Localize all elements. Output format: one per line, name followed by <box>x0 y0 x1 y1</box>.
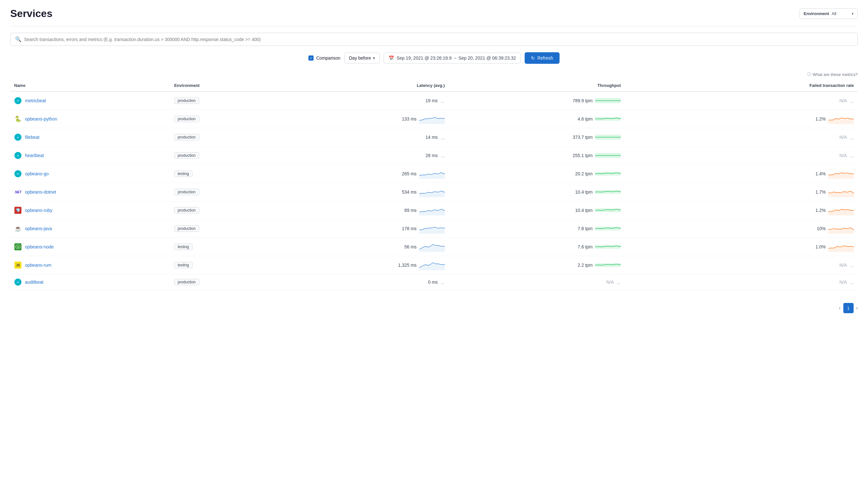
environment-selector[interactable]: Environment All ▾ <box>799 8 858 19</box>
go-icon: ∞ <box>14 134 21 141</box>
day-selector[interactable]: Day before ▾ <box>344 52 380 63</box>
failed-rate-value: 1.7% <box>813 189 826 194</box>
service-icon-container: ∞ <box>14 278 22 286</box>
throughput-cell: 4.6 tpm <box>449 110 625 128</box>
service-link[interactable]: ☕ opbeans-java <box>14 225 167 232</box>
page-1-button[interactable]: 1 <box>843 303 854 313</box>
throughput-value: 20.2 tpm <box>574 171 592 176</box>
go-icon: ∞ <box>14 279 21 285</box>
failed-rate-value: 1.4% <box>813 171 826 176</box>
service-name-cell: N opbeans-node <box>10 238 170 256</box>
prev-page-button[interactable]: ‹ <box>839 305 840 311</box>
service-link[interactable]: ∞ metricbeat <box>14 97 167 104</box>
throughput-value: 7.6 tpm <box>574 244 592 249</box>
throughput-cell: 373.7 tpm <box>449 128 625 147</box>
throughput-value: 2.2 tpm <box>574 262 592 268</box>
environment-cell: testing <box>170 165 275 183</box>
service-link[interactable]: N opbeans-node <box>14 243 167 251</box>
throughput-cell: 10.4 tpm <box>449 201 625 220</box>
check-icon: ✓ <box>310 56 313 60</box>
environment-badge: production <box>174 225 199 232</box>
environment-cell: production <box>170 183 275 201</box>
service-name-cell: ∞ filebeat <box>10 128 170 147</box>
throughput-chart <box>595 205 621 215</box>
chevron-down-icon: ▾ <box>373 56 375 61</box>
failed-rate-chart: ⚊ <box>849 134 854 140</box>
latency-chart <box>419 187 445 197</box>
failed-rate-value: N/A <box>834 98 847 103</box>
throughput-cell: 255.1 tpm <box>449 147 625 165</box>
failed-rate-value: N/A <box>834 262 847 268</box>
service-link[interactable]: 💎 opbeans-ruby <box>14 207 167 214</box>
failed-rate-cell: 1.7% <box>624 183 858 201</box>
service-name-cell: .NET opbeans-dotnet <box>10 183 170 201</box>
table-row: .NET opbeans-dotnet production 534 ms 10… <box>10 183 858 201</box>
service-link[interactable]: 🐍 opbeans-python <box>14 115 167 123</box>
environment-badge: production <box>174 189 199 195</box>
search-input[interactable] <box>24 37 853 42</box>
service-icon-container: 🐍 <box>14 115 22 123</box>
col-throughput: Throughput <box>449 80 625 91</box>
throughput-value: 10.4 tpm <box>574 208 592 213</box>
table-row: ∞ auditbeat production 0 ms ⚊ N/A ⚊ N/A … <box>10 274 858 290</box>
go-icon: ∞ <box>14 152 21 159</box>
refresh-button[interactable]: ↻ Refresh <box>525 52 560 64</box>
service-name-cell: ∞ auditbeat <box>10 274 170 290</box>
service-name-text: opbeans-java <box>25 226 52 231</box>
latency-cell: 534 ms <box>275 183 449 201</box>
svg-text:N: N <box>17 246 19 248</box>
latency-chart <box>419 205 445 215</box>
environment-badge: testing <box>174 171 193 177</box>
service-name-text: filebeat <box>25 134 39 140</box>
service-link[interactable]: .NET opbeans-dotnet <box>14 188 167 196</box>
metrics-help-text: What are these metrics? <box>813 72 858 77</box>
date-range-picker[interactable]: 📅 Sep 19, 2021 @ 23:26:19.9 → Sep 20, 20… <box>384 52 520 63</box>
service-name-text: opbeans-go <box>25 171 49 176</box>
failed-rate-chart <box>828 114 854 124</box>
latency-chart <box>419 114 445 124</box>
table-row: ∞ filebeat production 14 ms ⚊ 373.7 tpm … <box>10 128 858 147</box>
service-link[interactable]: JS opbeans-rum <box>14 261 167 269</box>
search-bar: 🔍 <box>10 33 858 46</box>
environment-badge: production <box>174 98 199 104</box>
search-icon: 🔍 <box>15 36 21 42</box>
service-name-cell: 💎 opbeans-ruby <box>10 201 170 220</box>
throughput-cell: 2.2 tpm <box>449 256 625 274</box>
latency-value: 1,325 ms <box>397 262 417 268</box>
environment-badge: production <box>174 134 199 140</box>
failed-rate-cell: 1.2% <box>624 110 858 128</box>
service-name-text: opbeans-rum <box>25 262 52 268</box>
environment-cell: production <box>170 220 275 238</box>
environment-badge: testing <box>174 244 193 250</box>
service-link[interactable]: ∞ filebeat <box>14 133 167 141</box>
service-link[interactable]: ∞ opbeans-go <box>14 170 167 178</box>
latency-value: 56 ms <box>397 244 417 249</box>
service-icon-container: ∞ <box>14 170 22 178</box>
environment-label: Environment <box>804 11 829 16</box>
service-link[interactable]: ∞ heartbeat <box>14 152 167 159</box>
latency-cell: 19 ms ⚊ <box>275 91 449 110</box>
service-icon-container: ∞ <box>14 133 22 141</box>
comparison-checkbox[interactable]: ✓ <box>308 56 313 61</box>
service-name-text: heartbeat <box>25 153 44 158</box>
table-row: 💎 opbeans-ruby production 89 ms 10.4 tpm <box>10 201 858 220</box>
service-icon-container: ☕ <box>14 225 22 232</box>
table-row: ∞ metricbeat production 19 ms ⚊ 789.9 tp… <box>10 91 858 110</box>
service-link[interactable]: ∞ auditbeat <box>14 278 167 286</box>
service-name-text: opbeans-ruby <box>25 208 53 213</box>
service-name-cell: ∞ opbeans-go <box>10 165 170 183</box>
metrics-help[interactable]: ⓘ What are these metrics? <box>10 71 858 77</box>
next-page-button[interactable]: › <box>856 305 858 311</box>
throughput-chart: ⚊ <box>616 279 621 285</box>
environment-value: All <box>832 11 836 16</box>
throughput-chart <box>595 96 621 106</box>
col-name: Name <box>10 80 170 91</box>
go-icon: ∞ <box>14 97 21 104</box>
service-name-cell: ∞ metricbeat <box>10 91 170 110</box>
throughput-value: 4.6 tpm <box>574 117 592 121</box>
throughput-value: 373.7 tpm <box>573 134 592 140</box>
environment-cell: production <box>170 91 275 110</box>
throughput-chart <box>595 187 621 197</box>
environment-badge: production <box>174 116 199 122</box>
service-icon-container: 💎 <box>14 207 22 214</box>
